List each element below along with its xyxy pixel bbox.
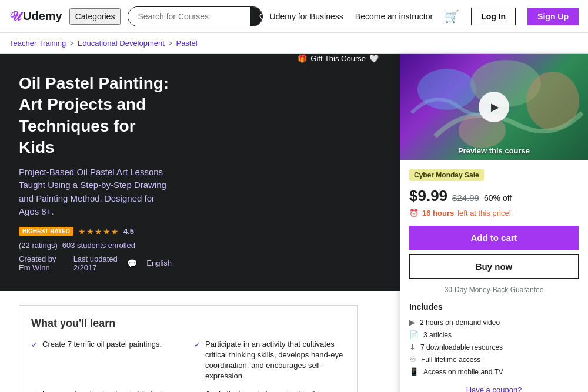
play-button[interactable] [479,92,509,122]
add-to-cart-button[interactable]: Add to cart [409,226,579,250]
mobile-icon: 📱 [409,367,419,376]
download-icon: ⬇ [409,343,416,351]
star-5: ★ [111,227,119,236]
check-icon-3: ✓ [194,389,201,392]
card-body: Cyber Monday Sale $9.99 $24.99 60% off ⏰… [400,160,588,392]
updated-label: Last updated 2/2017 [74,254,118,272]
clock-icon: ⏰ [409,209,419,217]
udemy-business-link[interactable]: Udemy for Business [270,12,343,21]
breadcrumb-educational-development[interactable]: Educational Development [78,39,165,48]
includes-item-2: 7 downloadable resources [420,343,503,351]
current-price: $9.99 [409,187,447,205]
includes-item-4: Access on mobile and TV [423,368,503,376]
list-item: ✓ Participate in an activity that cultiv… [194,339,345,382]
hero-section: 🎁 Gift This Course 🤍 Oil Pastel Painting… [0,54,588,291]
list-item: ✓ Create 7 terrific oil pastel paintings… [31,339,182,382]
timer-hours: 16 hours [422,209,454,217]
course-title: Oil Pastel Painting: Art Projects and Te… [19,73,172,159]
breadcrumb-teacher-training[interactable]: Teacher Training [9,39,66,48]
rating-number: 4.5 [123,227,134,236]
learn-title: What you'll learn [31,317,345,330]
search-icon [258,12,262,21]
video-icon: ▶ [409,318,415,327]
includes-list: ▶ 2 hours on-demand video 📄 3 articles ⬇… [409,316,579,378]
logo-text: Udemy [23,9,62,23]
gift-row[interactable]: 🎁 Gift This Course 🤍 [298,54,379,63]
rating-count: (22 ratings) [19,241,58,250]
heart-icon[interactable]: 🤍 [369,54,379,63]
includes-item-0: 2 hours on-demand video [420,319,500,327]
list-item: ♾ Full lifetime access [409,353,579,366]
become-instructor-link[interactable]: Become an instructor [355,12,433,21]
list-item: ▶ 2 hours on-demand video [409,316,579,329]
header-links: Udemy for Business Become an instructor … [270,8,579,25]
includes-title: Includes [409,302,579,311]
star-4: ★ [103,227,111,236]
author-label[interactable]: Created by Em Winn [19,254,64,272]
timer-label: left at this price! [457,209,511,217]
article-icon: 📄 [409,330,419,339]
includes-item-3: Full lifetime access [421,356,480,364]
star-2: ★ [86,227,94,236]
learn-item-3: Apply the knowledge gained in this cours… [205,388,345,392]
list-item: ⬇ 7 downloadable resources [409,341,579,353]
sale-badge: Cyber Monday Sale [409,169,579,187]
check-icon-2: ✓ [31,389,38,392]
buy-now-button[interactable]: Buy now [409,254,579,279]
star-rating: ★ ★ ★ ★ ★ [78,227,119,236]
star-3: ★ [95,227,102,236]
cart-icon[interactable]: 🛒 [445,9,459,24]
price-row: $9.99 $24.99 60% off [409,187,579,205]
original-price: $24.99 [452,193,479,203]
language-icon: 💬 [127,259,137,268]
learn-section: What you'll learn ✓ Create 7 terrific oi… [19,305,358,392]
breadcrumb-pastel[interactable]: Pastel [176,39,197,48]
includes-item-1: 3 articles [423,331,452,339]
check-icon-1: ✓ [194,340,201,350]
signup-button[interactable]: Sign Up [527,8,579,25]
timer-row: ⏰ 16 hours left at this price! [409,209,579,217]
hero-content: 🎁 Gift This Course 🤍 Oil Pastel Painting… [19,73,372,272]
preview-text: Preview this course [458,146,530,155]
list-item: 📄 3 articles [409,329,579,341]
learn-grid: ✓ Create 7 terrific oil pastel paintings… [31,339,345,392]
check-icon-0: ✓ [31,340,38,350]
login-button[interactable]: Log In [471,8,516,25]
search-button[interactable] [250,7,262,26]
list-item: ✓ Learn and understand scientific facts … [31,388,182,392]
search-bar [128,6,262,26]
logo[interactable]: 𝒰 Udemy [9,9,62,24]
udemy-logo-icon: 𝒰 [9,9,21,24]
main-content: What you'll learn ✓ Create 7 terrific oi… [0,291,376,392]
students-count: 603 students enrolled [62,241,135,250]
course-thumbnail[interactable]: Preview this course [400,54,588,160]
list-item: ✓ Apply the knowledge gained in this cou… [194,388,345,392]
meta-row: Created by Em Winn Last updated 2/2017 💬… [19,254,172,272]
highest-rated-badge: HIGHEST RATED [19,227,74,236]
categories-button[interactable]: Categories [69,8,121,25]
learn-item-0: Create 7 terrific oil pastel paintings. [42,339,162,350]
learn-item-1: Participate in an activity that cultivat… [205,339,345,382]
sale-badge-text: Cyber Monday Sale [409,169,484,181]
course-subtitle: Project-Based Oil Pastel Art Lessons Tau… [19,166,172,219]
search-input[interactable] [128,7,250,26]
guarantee-text: 30-Day Money-Back Guarantee [409,286,579,294]
gift-label: Gift This Course [310,54,366,63]
list-item: 📱 Access on mobile and TV [409,366,579,378]
language-label: English [146,259,172,267]
lifetime-icon: ♾ [409,355,416,364]
breadcrumb-sep-2: > [168,39,173,48]
breadcrumb: Teacher Training > Educational Developme… [0,33,588,54]
course-card: Preview this course Cyber Monday Sale $9… [400,54,588,392]
gift-icon: 🎁 [298,54,307,63]
learn-item-2: Learn and understand scientific facts ab… [42,388,182,392]
coupon-link[interactable]: Have a coupon? [409,385,579,392]
star-1: ★ [78,227,86,236]
header: 𝒰 Udemy Categories Udemy for Business Be… [0,0,588,33]
discount-label: 60% off [484,193,512,203]
rating-row: HIGHEST RATED ★ ★ ★ ★ ★ 4.5 (22 ratings)… [19,227,172,250]
breadcrumb-sep-1: > [69,39,74,48]
coupon-anchor[interactable]: Have a coupon? [466,386,522,392]
